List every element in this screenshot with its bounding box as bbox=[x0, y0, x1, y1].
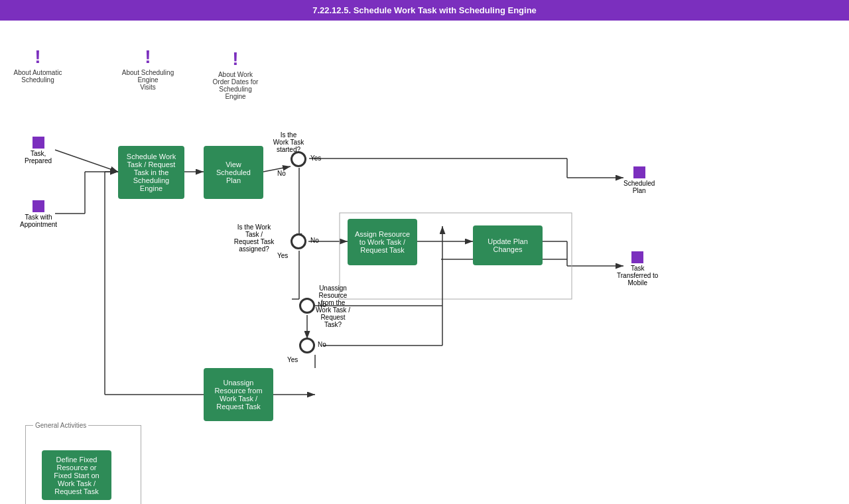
decision-1[interactable] bbox=[291, 151, 306, 167]
diagram-container: ! About Automatic Scheduling ! About Sch… bbox=[0, 21, 849, 504]
note-scheduling-engine[interactable]: ! About SchedulingEngineVisits bbox=[118, 48, 178, 91]
note-automatic-scheduling-label: About Automatic Scheduling bbox=[8, 69, 68, 84]
decision-2-no: No bbox=[310, 237, 319, 244]
diamond-4-container: No Yes bbox=[299, 338, 315, 353]
decision-3[interactable] bbox=[299, 298, 315, 314]
decision-1-question: Is theWork Taskstarted? bbox=[265, 131, 312, 153]
task-transferred-label: TaskTransferred toMobile bbox=[617, 265, 658, 286]
start-task-appointment: Task withAppointment bbox=[20, 200, 57, 228]
define-fixed-resource-box[interactable]: Define FixedResource orFixed Start onWor… bbox=[42, 450, 111, 500]
decision-1-no: No bbox=[277, 170, 286, 177]
diamond-2-container: Is the WorkTask /Request Taskassigned? N… bbox=[291, 233, 306, 249]
diamond-3-container: No bbox=[299, 298, 315, 314]
assign-resource-box[interactable]: Assign Resourceto Work Task /Request Tas… bbox=[348, 219, 417, 265]
update-plan-box[interactable]: Update PlanChanges bbox=[473, 225, 543, 265]
general-activities-label: General Activities bbox=[33, 422, 88, 429]
task-prepared-icon bbox=[33, 137, 44, 149]
decision-4-yes: Yes bbox=[287, 356, 298, 363]
diamond-1-container: Is theWork Taskstarted? Yes No bbox=[291, 151, 306, 167]
note-work-order-dates[interactable]: ! About WorkOrder Dates forSchedulingEng… bbox=[206, 50, 265, 100]
title-bar: 7.22.12.5. Schedule Work Task with Sched… bbox=[0, 0, 849, 21]
note-scheduling-engine-label: About SchedulingEngineVisits bbox=[122, 69, 174, 91]
decision-4-no: No bbox=[318, 341, 326, 348]
end-task-transferred: TaskTransferred toMobile bbox=[617, 251, 658, 286]
decision-4[interactable] bbox=[299, 338, 315, 353]
decision-2-question: Is the WorkTask /Request Taskassigned? bbox=[224, 223, 284, 253]
unassign-resource-box[interactable]: UnassignResource fromWork Task /Request … bbox=[204, 368, 273, 421]
task-appointment-label: Task withAppointment bbox=[20, 214, 57, 228]
task-appointment-icon bbox=[33, 200, 44, 212]
schedule-work-task-box[interactable]: Schedule WorkTask / RequestTask in theSc… bbox=[118, 146, 184, 199]
task-prepared-label: Task,Prepared bbox=[25, 150, 52, 164]
page-title: 7.22.12.5. Schedule Work Task with Sched… bbox=[312, 5, 537, 15]
end-scheduled-plan: ScheduledPlan bbox=[623, 166, 655, 194]
svg-line-1 bbox=[55, 150, 118, 172]
decision-2[interactable] bbox=[291, 233, 306, 249]
scheduled-plan-icon bbox=[633, 166, 645, 178]
note-automatic-scheduling[interactable]: ! About Automatic Scheduling bbox=[8, 48, 68, 84]
view-scheduled-plan-box[interactable]: ViewScheduledPlan bbox=[204, 146, 263, 199]
decision-3-no: No bbox=[318, 301, 326, 308]
decision-2-yes: Yes bbox=[277, 252, 288, 259]
scheduled-plan-label: ScheduledPlan bbox=[623, 180, 655, 194]
task-transferred-icon bbox=[631, 251, 643, 263]
note-work-order-dates-label: About WorkOrder Dates forSchedulingEngin… bbox=[213, 71, 259, 100]
decision-1-yes: Yes bbox=[310, 155, 321, 162]
start-task-prepared: Task,Prepared bbox=[25, 137, 52, 164]
